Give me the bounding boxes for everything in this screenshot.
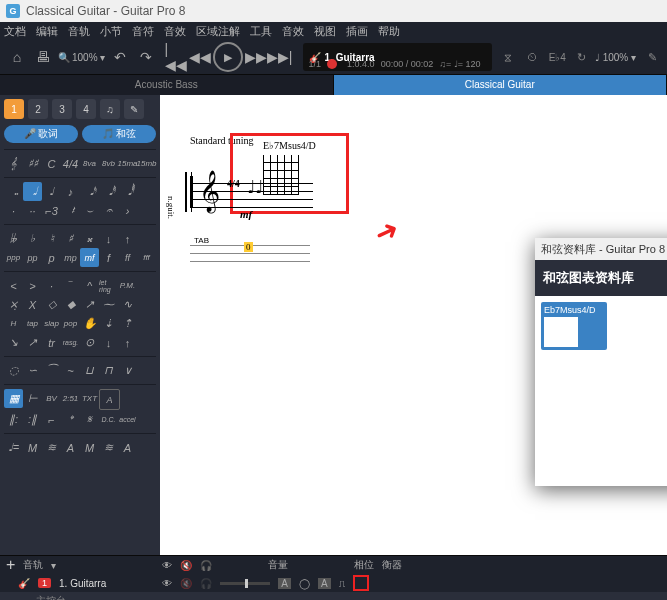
harmonic-icon[interactable]: ◇	[42, 295, 61, 314]
track-header-label[interactable]: 音轨	[23, 558, 43, 572]
automation-lines2-icon[interactable]: ≋	[99, 438, 118, 457]
lyrics-button[interactable]: 🎤 歌词	[4, 125, 78, 143]
tab-notation[interactable]: TAB 0	[190, 238, 310, 262]
score-canvas[interactable]: Standard tuning E♭7Msus4/D n.guit. 𝄞 4/4…	[160, 95, 667, 555]
tuner-icon[interactable]: ✎	[643, 48, 661, 66]
segno-icon[interactable]: 𝄋	[80, 410, 99, 429]
palm-icon[interactable]: ✋	[80, 314, 99, 333]
panel-titlebar[interactable]: 和弦资料库 - Guitar Pro 8 ✕	[535, 238, 667, 260]
8vb-icon[interactable]: 8vb	[99, 154, 118, 173]
volume-slider[interactable]	[220, 582, 270, 585]
brush-up-icon[interactable]: ⇡	[118, 314, 137, 333]
slap-icon[interactable]: slap	[42, 314, 61, 333]
chords-button[interactable]: 🎵 和弦	[82, 125, 156, 143]
letring-icon[interactable]: let ring	[99, 276, 118, 295]
turn-icon[interactable]: ∽	[23, 361, 42, 380]
voice-1[interactable]: 1	[4, 99, 24, 119]
speed-control[interactable]: ♩ 100% ▾	[595, 52, 636, 63]
decresc-icon[interactable]: >	[23, 276, 42, 295]
chevron-down-icon[interactable]: ▾	[51, 560, 56, 571]
fermata-icon[interactable]: 𝄐	[99, 201, 118, 220]
print-button[interactable]: 🖶	[32, 46, 54, 68]
timesig-icon[interactable]: 4/4	[61, 154, 80, 173]
sixteenth-note-icon[interactable]: 𝅘𝅥𝅯	[80, 182, 99, 201]
ppp-icon[interactable]: ppp	[4, 248, 23, 267]
tempo-note-icon[interactable]: ♩=	[4, 438, 23, 457]
menu-effect[interactable]: 音效	[164, 24, 186, 39]
fff-icon[interactable]: fff	[137, 248, 156, 267]
prev-button[interactable]: ◀◀	[189, 46, 211, 68]
track-row-name[interactable]: 1. Guitarra	[59, 578, 106, 589]
bend-icon[interactable]: ↗	[80, 295, 99, 314]
staccato-icon[interactable]: ·	[42, 276, 61, 295]
rewind-button[interactable]: |◀◀	[165, 46, 187, 68]
cresc-icon[interactable]: <	[4, 276, 23, 295]
loop-icon[interactable]: ↻	[573, 48, 591, 66]
ghost-note-icon[interactable]: X	[23, 295, 42, 314]
pop-icon[interactable]: pop	[61, 314, 80, 333]
vibrato-icon[interactable]: ∿	[118, 295, 137, 314]
menu-file[interactable]: 文档	[4, 24, 26, 39]
auto-badge-2[interactable]: A	[318, 578, 331, 589]
add-track-button[interactable]: +	[6, 556, 15, 574]
8va-icon[interactable]: 8va	[80, 154, 99, 173]
ff-icon[interactable]: ff	[118, 248, 137, 267]
track-visibility-toggle[interactable]: 👁	[162, 578, 172, 589]
pan-knob[interactable]: ◯	[299, 578, 310, 589]
home-button[interactable]: ⌂	[6, 46, 28, 68]
undo-button[interactable]: ↶	[109, 46, 131, 68]
end-button[interactable]: ▶▶|	[269, 46, 291, 68]
tuplet-icon[interactable]: ⌐3	[42, 201, 61, 220]
voice-2[interactable]: 2	[28, 99, 48, 119]
clef-icon[interactable]: 𝄞	[4, 154, 23, 173]
quarter-note-icon[interactable]: ♩	[42, 182, 61, 201]
marcato-icon[interactable]: ^	[80, 276, 99, 295]
repeat-open-icon[interactable]: ‖:	[4, 410, 23, 429]
sixtyfourth-note-icon[interactable]: 𝅘𝅥𝅱	[118, 182, 137, 201]
menu-section[interactable]: 区域注解	[196, 24, 240, 39]
thirtysecond-note-icon[interactable]: 𝅘𝅥𝅰	[99, 182, 118, 201]
menu-note[interactable]: 音符	[132, 24, 154, 39]
barre-icon[interactable]: ⊢	[23, 389, 42, 408]
zoom-control[interactable]: 🔍 100% ▾	[58, 52, 105, 63]
automation-m2-icon[interactable]: M	[80, 438, 99, 457]
upstroke-icon[interactable]: ⊔	[80, 361, 99, 380]
tie-icon[interactable]: ⌣	[80, 201, 99, 220]
sharps-icon[interactable]: ♯♯	[23, 154, 42, 173]
timer-icon[interactable]: ⧖	[499, 48, 517, 66]
automation-a-icon[interactable]: A	[61, 438, 80, 457]
color-swatch[interactable]	[353, 575, 369, 591]
whole-note-icon[interactable]: 𝅝	[4, 182, 23, 201]
track-mute-toggle[interactable]: 🔇	[180, 578, 192, 589]
timesig-c-icon[interactable]: C	[42, 154, 61, 173]
play-button[interactable]: ▶	[213, 42, 243, 72]
menu-window[interactable]: 插画	[346, 24, 368, 39]
track-solo-toggle[interactable]: 🎧	[200, 578, 212, 589]
menu-sound[interactable]: 音效	[282, 24, 304, 39]
redo-button[interactable]: ↷	[135, 46, 157, 68]
panel-body[interactable]: Eb7Msus4/D	[535, 296, 667, 486]
menu-tools[interactable]: 工具	[250, 24, 272, 39]
double-flat-icon[interactable]: 𝄫	[4, 229, 23, 248]
menu-edit[interactable]: 编辑	[36, 24, 58, 39]
eq-icon[interactable]: ⎍	[339, 578, 345, 589]
15ma-icon[interactable]: 15ma	[118, 154, 137, 173]
arpeggio-down-icon[interactable]: ↓	[99, 333, 118, 352]
15mb-icon[interactable]: 15mb	[137, 154, 156, 173]
headphones-icon[interactable]: 🎧	[200, 560, 212, 571]
visibility-icon[interactable]: 👁	[162, 560, 172, 571]
staff-notation[interactable]: 𝄞 4/4 ♩♩	[190, 176, 313, 208]
design-mode-icon[interactable]: ✎	[124, 99, 144, 119]
trill-icon[interactable]: tr	[42, 333, 61, 352]
menu-help[interactable]: 帮助	[378, 24, 400, 39]
signature-label[interactable]: E♭4	[549, 48, 566, 66]
next-button[interactable]: ▶▶	[245, 46, 267, 68]
bv-icon[interactable]: BV	[42, 389, 61, 408]
mute-icon[interactable]: 🔇	[180, 560, 192, 571]
shift-up-icon[interactable]: ↑	[118, 229, 137, 248]
ho-icon[interactable]: H	[4, 314, 23, 333]
multivoice-icon[interactable]: ♫	[100, 99, 120, 119]
voice-3[interactable]: 3	[52, 99, 72, 119]
section-a-icon[interactable]: A	[99, 389, 120, 410]
shift-down-icon[interactable]: ↓	[99, 229, 118, 248]
